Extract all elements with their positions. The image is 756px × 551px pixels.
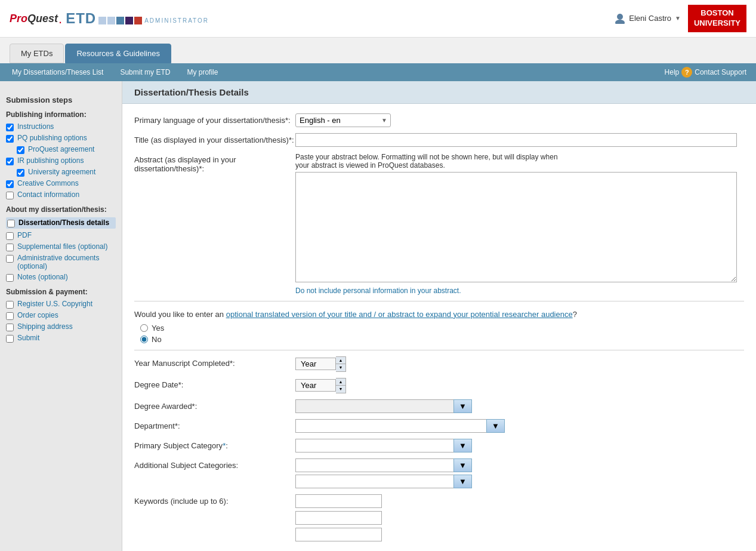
primary-subject-btn[interactable]: ▼ bbox=[453, 439, 472, 453]
contact-info-link[interactable]: Contact information bbox=[17, 190, 79, 199]
primary-language-select[interactable]: English - en bbox=[295, 113, 391, 127]
translated-radio-group: Yes No bbox=[140, 324, 744, 344]
university-agreement-checkbox[interactable] bbox=[17, 169, 24, 177]
additional-subject-input-1[interactable] bbox=[295, 458, 453, 472]
degree-date-up[interactable]: ▲ bbox=[336, 378, 345, 386]
degree-date-label: Degree Date*: bbox=[134, 378, 295, 389]
keyword-input-3[interactable] bbox=[295, 528, 382, 541]
no-radio[interactable] bbox=[140, 335, 148, 343]
pdf-link[interactable]: PDF bbox=[17, 231, 32, 239]
user-name: Eleni Castro bbox=[629, 14, 671, 23]
title-input[interactable] bbox=[295, 133, 737, 147]
submission-payment-title: Submission & payment: bbox=[6, 288, 116, 296]
color-block-4 bbox=[125, 17, 133, 24]
tab-resources-guidelines[interactable]: Resources & Guidelines bbox=[65, 44, 171, 63]
sidebar-shipping-address[interactable]: Shipping address bbox=[6, 322, 116, 331]
register-copyright-link[interactable]: Register U.S. Copyright bbox=[17, 300, 92, 308]
abstract-control: Paste your abstract below. Formatting wi… bbox=[295, 153, 744, 295]
pq-publishing-checkbox[interactable] bbox=[6, 135, 14, 143]
sub-nav-submit-etd[interactable]: Submit my ETD bbox=[118, 63, 172, 81]
dissertation-details-checkbox[interactable] bbox=[7, 220, 15, 227]
sub-nav-my-profile[interactable]: My profile bbox=[184, 63, 220, 81]
shipping-address-link[interactable]: Shipping address bbox=[17, 322, 73, 331]
admin-documents-link[interactable]: Administrative documents (optional) bbox=[17, 254, 116, 270]
primary-subject-input[interactable] bbox=[295, 439, 453, 453]
degree-awarded-select[interactable] bbox=[295, 399, 453, 413]
sidebar-contact-info[interactable]: Contact information bbox=[6, 190, 116, 199]
header: ProQuest . ETD ADMINISTRATOR bbox=[0, 0, 756, 38]
order-copies-link[interactable]: Order copies bbox=[17, 311, 58, 319]
supplemental-files-link[interactable]: Supplemental files (optional) bbox=[17, 242, 107, 251]
proquest-agreement-checkbox[interactable] bbox=[17, 146, 24, 154]
additional-subject-control: ▼ ▼ bbox=[295, 458, 744, 488]
abstract-label: Abstract (as displayed in your dissertat… bbox=[134, 153, 295, 173]
user-info[interactable]: Eleni Castro ▼ bbox=[615, 13, 681, 24]
ir-publishing-checkbox[interactable] bbox=[6, 158, 14, 165]
yes-radio-label[interactable]: Yes bbox=[140, 324, 744, 333]
sidebar-creative-commons[interactable]: Creative Commons bbox=[6, 179, 116, 188]
no-radio-label[interactable]: No bbox=[140, 335, 744, 344]
year-completed-spinner: Year ▲ ▼ bbox=[295, 356, 346, 372]
pq-publishing-link[interactable]: PQ publishing options bbox=[17, 134, 87, 142]
register-copyright-checkbox[interactable] bbox=[6, 301, 14, 309]
pdf-checkbox[interactable] bbox=[6, 232, 14, 240]
user-dropdown-icon[interactable]: ▼ bbox=[675, 15, 681, 21]
sidebar-submit[interactable]: Submit bbox=[6, 334, 116, 343]
sidebar-dissertation-details[interactable]: Dissertation/Thesis details bbox=[6, 217, 116, 229]
tab-my-etds[interactable]: My ETDs bbox=[10, 44, 64, 63]
sub-nav-my-dissertations[interactable]: My Dissertations/Theses List bbox=[10, 63, 106, 81]
sidebar-ir-publishing[interactable]: IR publishing options bbox=[6, 156, 116, 165]
color-block-3 bbox=[116, 17, 124, 24]
yes-radio[interactable] bbox=[140, 324, 148, 332]
supplemental-files-checkbox[interactable] bbox=[6, 244, 14, 251]
submit-link[interactable]: Submit bbox=[17, 334, 39, 342]
degree-date-select[interactable]: Year bbox=[295, 379, 336, 392]
year-completed-select[interactable]: Year bbox=[295, 358, 336, 370]
contact-info-checkbox[interactable] bbox=[6, 192, 14, 199]
year-completed-up[interactable]: ▲ bbox=[336, 357, 345, 364]
degree-awarded-control: ▼ bbox=[295, 399, 744, 413]
creative-commons-checkbox[interactable] bbox=[6, 180, 14, 188]
department-input[interactable] bbox=[295, 419, 486, 433]
sidebar-register-copyright[interactable]: Register U.S. Copyright bbox=[6, 300, 116, 309]
degree-date-down[interactable]: ▼ bbox=[336, 386, 345, 393]
instructions-link[interactable]: Instructions bbox=[17, 122, 54, 131]
notes-checkbox[interactable] bbox=[6, 274, 14, 282]
sidebar-notes[interactable]: Notes (optional) bbox=[6, 273, 116, 282]
sidebar-instructions[interactable]: Instructions bbox=[6, 122, 116, 131]
sidebar-supplemental-files[interactable]: Supplemental files (optional) bbox=[6, 242, 116, 251]
sidebar-pdf[interactable]: PDF bbox=[6, 231, 116, 240]
additional-subject-btn-1[interactable]: ▼ bbox=[453, 458, 472, 472]
additional-subject-row-2: ▼ bbox=[295, 475, 744, 488]
year-completed-down[interactable]: ▼ bbox=[336, 364, 345, 371]
university-agreement-link[interactable]: University agreement bbox=[28, 168, 95, 176]
order-copies-checkbox[interactable] bbox=[6, 312, 14, 320]
primary-language-label: Primary language of your dissertation/th… bbox=[134, 113, 295, 125]
help-button[interactable]: ? bbox=[681, 67, 692, 78]
instructions-checkbox[interactable] bbox=[6, 124, 14, 131]
ir-publishing-link[interactable]: IR publishing options bbox=[17, 156, 84, 165]
year-completed-arrows: ▲ ▼ bbox=[336, 356, 346, 372]
degree-awarded-btn[interactable]: ▼ bbox=[453, 399, 472, 413]
sidebar-proquest-agreement[interactable]: ProQuest agreement bbox=[17, 145, 116, 154]
submit-checkbox[interactable] bbox=[6, 335, 14, 343]
keyword-input-1[interactable] bbox=[295, 494, 382, 508]
translated-link[interactable]: optional translated version of your titl… bbox=[226, 310, 573, 319]
proquest-agreement-link[interactable]: ProQuest agreement bbox=[28, 145, 94, 153]
additional-subject-input-2[interactable] bbox=[295, 475, 453, 488]
additional-subject-btn-2[interactable]: ▼ bbox=[453, 475, 472, 488]
shipping-address-checkbox[interactable] bbox=[6, 324, 14, 331]
sidebar-admin-documents[interactable]: Administrative documents (optional) bbox=[6, 254, 116, 270]
sidebar-pq-publishing[interactable]: PQ publishing options bbox=[6, 134, 116, 143]
contact-support[interactable]: Contact Support bbox=[695, 68, 746, 76]
sidebar-university-agreement[interactable]: University agreement bbox=[17, 168, 116, 177]
sidebar-order-copies[interactable]: Order copies bbox=[6, 311, 116, 320]
keyword-input-2[interactable] bbox=[295, 511, 382, 525]
abstract-textarea[interactable] bbox=[295, 172, 737, 282]
notes-link[interactable]: Notes (optional) bbox=[17, 273, 68, 281]
user-icon bbox=[615, 13, 625, 24]
creative-commons-link[interactable]: Creative Commons bbox=[17, 179, 79, 187]
primary-language-select-wrapper: English - en bbox=[295, 113, 391, 127]
admin-documents-checkbox[interactable] bbox=[6, 255, 14, 263]
department-btn[interactable]: ▼ bbox=[486, 419, 505, 433]
